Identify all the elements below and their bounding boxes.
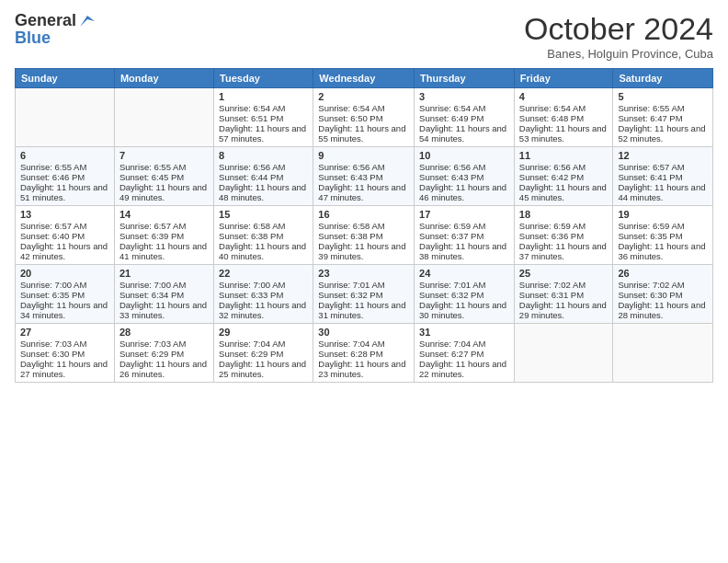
calendar-cell: 9Sunrise: 6:56 AMSunset: 6:43 PMDaylight… xyxy=(313,147,415,206)
sunset-text: Sunset: 6:33 PM xyxy=(219,290,308,300)
sunset-text: Sunset: 6:37 PM xyxy=(419,231,509,241)
daylight-text: Daylight: 11 hours and 45 minutes. xyxy=(519,182,609,202)
sunrise-text: Sunrise: 6:56 AM xyxy=(318,162,409,172)
day-number: 18 xyxy=(519,209,609,220)
svg-marker-0 xyxy=(80,16,95,27)
logo-bird-icon xyxy=(78,14,97,29)
day-number: 29 xyxy=(219,327,308,338)
daylight-text: Daylight: 11 hours and 52 minutes. xyxy=(618,123,708,144)
title-block: October 2024 Banes, Holguin Province, Cu… xyxy=(524,11,713,61)
sunset-text: Sunset: 6:29 PM xyxy=(119,349,209,359)
day-number: 2 xyxy=(318,91,409,102)
calendar-cell: 21Sunrise: 7:00 AMSunset: 6:34 PMDayligh… xyxy=(114,265,213,324)
day-number: 11 xyxy=(519,150,609,161)
sunrise-text: Sunrise: 6:58 AM xyxy=(318,221,409,231)
calendar-cell: 8Sunrise: 6:56 AMSunset: 6:44 PMDaylight… xyxy=(214,147,313,206)
day-number: 24 xyxy=(419,268,509,279)
calendar-cell: 15Sunrise: 6:58 AMSunset: 6:38 PMDayligh… xyxy=(214,206,313,265)
calendar-cell: 3Sunrise: 6:54 AMSunset: 6:49 PMDaylight… xyxy=(415,88,515,147)
daylight-text: Daylight: 11 hours and 22 minutes. xyxy=(419,359,509,379)
calendar-cell: 27Sunrise: 7:03 AMSunset: 6:30 PMDayligh… xyxy=(16,324,115,383)
weekday-header-sunday: Sunday xyxy=(16,69,115,88)
daylight-text: Daylight: 11 hours and 31 minutes. xyxy=(318,300,409,320)
weekday-header-friday: Friday xyxy=(514,69,613,88)
day-number: 25 xyxy=(519,268,609,279)
daylight-text: Daylight: 11 hours and 46 minutes. xyxy=(419,182,509,202)
sunrise-text: Sunrise: 7:00 AM xyxy=(20,280,109,290)
sunrise-text: Sunrise: 7:04 AM xyxy=(219,339,308,349)
calendar-cell xyxy=(16,88,115,147)
calendar-cell xyxy=(514,324,613,383)
sunrise-text: Sunrise: 6:56 AM xyxy=(519,162,609,172)
daylight-text: Daylight: 11 hours and 38 minutes. xyxy=(419,241,509,261)
sunset-text: Sunset: 6:38 PM xyxy=(219,231,308,241)
daylight-text: Daylight: 11 hours and 34 minutes. xyxy=(20,300,109,320)
daylight-text: Daylight: 11 hours and 26 minutes. xyxy=(119,359,209,379)
sunrise-text: Sunrise: 6:54 AM xyxy=(318,103,409,113)
weekday-header-row: SundayMondayTuesdayWednesdayThursdayFrid… xyxy=(16,69,713,88)
location-subtitle: Banes, Holguin Province, Cuba xyxy=(524,47,713,61)
calendar: SundayMondayTuesdayWednesdayThursdayFrid… xyxy=(15,68,713,383)
daylight-text: Daylight: 11 hours and 49 minutes. xyxy=(119,182,209,202)
day-number: 21 xyxy=(119,268,209,279)
sunrise-text: Sunrise: 6:56 AM xyxy=(419,162,509,172)
day-number: 19 xyxy=(618,209,708,220)
daylight-text: Daylight: 11 hours and 54 minutes. xyxy=(419,123,509,144)
daylight-text: Daylight: 11 hours and 41 minutes. xyxy=(119,241,209,261)
day-number: 4 xyxy=(519,91,609,102)
sunset-text: Sunset: 6:29 PM xyxy=(219,349,308,359)
sunset-text: Sunset: 6:32 PM xyxy=(318,290,409,300)
sunrise-text: Sunrise: 7:02 AM xyxy=(519,280,609,290)
sunset-text: Sunset: 6:50 PM xyxy=(318,113,409,123)
daylight-text: Daylight: 11 hours and 47 minutes. xyxy=(318,182,409,202)
calendar-cell: 24Sunrise: 7:01 AMSunset: 6:32 PMDayligh… xyxy=(415,265,515,324)
sunset-text: Sunset: 6:45 PM xyxy=(119,172,209,182)
weekday-header-monday: Monday xyxy=(114,69,213,88)
logo-blue: Blue xyxy=(15,29,51,48)
calendar-cell: 13Sunrise: 6:57 AMSunset: 6:40 PMDayligh… xyxy=(16,206,115,265)
sunrise-text: Sunrise: 6:58 AM xyxy=(219,221,308,231)
day-number: 15 xyxy=(219,209,308,220)
day-number: 10 xyxy=(419,150,509,161)
day-number: 3 xyxy=(419,91,509,102)
sunset-text: Sunset: 6:35 PM xyxy=(618,231,708,241)
calendar-cell: 29Sunrise: 7:04 AMSunset: 6:29 PMDayligh… xyxy=(214,324,313,383)
calendar-cell: 17Sunrise: 6:59 AMSunset: 6:37 PMDayligh… xyxy=(415,206,515,265)
sunset-text: Sunset: 6:34 PM xyxy=(119,290,209,300)
sunset-text: Sunset: 6:38 PM xyxy=(318,231,409,241)
day-number: 9 xyxy=(318,150,409,161)
sunset-text: Sunset: 6:43 PM xyxy=(318,172,409,182)
day-number: 5 xyxy=(618,91,708,102)
daylight-text: Daylight: 11 hours and 48 minutes. xyxy=(219,182,308,202)
day-number: 27 xyxy=(20,327,109,338)
sunrise-text: Sunrise: 6:57 AM xyxy=(20,221,109,231)
daylight-text: Daylight: 11 hours and 30 minutes. xyxy=(419,300,509,320)
day-number: 23 xyxy=(318,268,409,279)
calendar-cell: 2Sunrise: 6:54 AMSunset: 6:50 PMDaylight… xyxy=(313,88,415,147)
day-number: 17 xyxy=(419,209,509,220)
day-number: 7 xyxy=(119,150,209,161)
sunset-text: Sunset: 6:48 PM xyxy=(519,113,609,123)
weekday-header-thursday: Thursday xyxy=(415,69,515,88)
calendar-cell: 16Sunrise: 6:58 AMSunset: 6:38 PMDayligh… xyxy=(313,206,415,265)
daylight-text: Daylight: 11 hours and 37 minutes. xyxy=(519,241,609,261)
day-number: 6 xyxy=(20,150,109,161)
day-number: 31 xyxy=(419,327,509,338)
sunset-text: Sunset: 6:30 PM xyxy=(20,349,109,359)
sunrise-text: Sunrise: 6:57 AM xyxy=(618,162,708,172)
daylight-text: Daylight: 11 hours and 40 minutes. xyxy=(219,241,308,261)
weekday-header-saturday: Saturday xyxy=(613,69,713,88)
daylight-text: Daylight: 11 hours and 36 minutes. xyxy=(618,241,708,261)
weekday-header-wednesday: Wednesday xyxy=(313,69,415,88)
calendar-cell: 28Sunrise: 7:03 AMSunset: 6:29 PMDayligh… xyxy=(114,324,213,383)
sunset-text: Sunset: 6:36 PM xyxy=(519,231,609,241)
sunset-text: Sunset: 6:32 PM xyxy=(419,290,509,300)
calendar-cell: 12Sunrise: 6:57 AMSunset: 6:41 PMDayligh… xyxy=(613,147,713,206)
sunset-text: Sunset: 6:43 PM xyxy=(419,172,509,182)
sunrise-text: Sunrise: 6:59 AM xyxy=(419,221,509,231)
month-title: October 2024 xyxy=(524,11,713,47)
calendar-cell: 23Sunrise: 7:01 AMSunset: 6:32 PMDayligh… xyxy=(313,265,415,324)
day-number: 26 xyxy=(618,268,708,279)
sunset-text: Sunset: 6:31 PM xyxy=(519,290,609,300)
day-number: 30 xyxy=(318,327,409,338)
